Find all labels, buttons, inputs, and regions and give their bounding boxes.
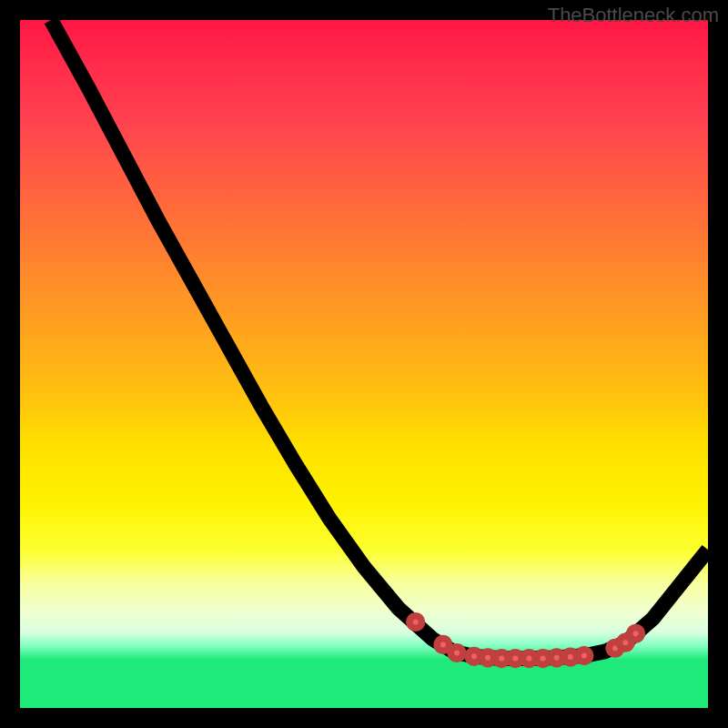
data-markers <box>410 616 642 665</box>
data-marker <box>437 639 450 652</box>
data-marker <box>630 628 642 641</box>
data-marker <box>450 647 463 660</box>
data-marker <box>578 650 591 662</box>
markers-svg <box>20 20 708 708</box>
watermark-text: TheBottleneck.com <box>548 4 719 27</box>
chart-plot-area <box>20 20 708 708</box>
data-marker <box>410 616 422 629</box>
